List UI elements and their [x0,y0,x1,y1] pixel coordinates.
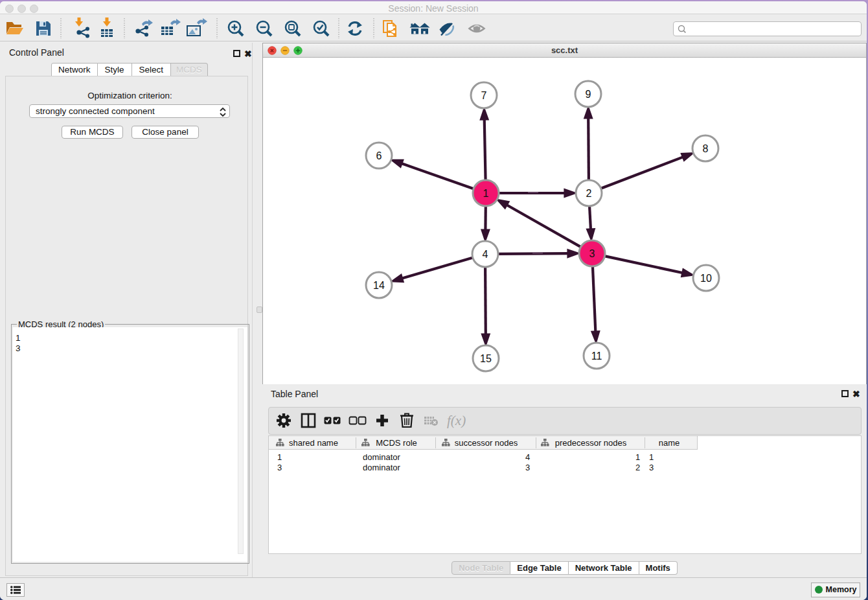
svg-text:14: 14 [373,280,385,291]
svg-text:6: 6 [376,150,382,161]
svg-text:9: 9 [586,89,591,100]
svg-text:1: 1 [483,188,489,199]
svg-text:3: 3 [589,248,595,259]
svg-text:15: 15 [480,353,492,364]
svg-text:2: 2 [586,188,592,199]
svg-text:10: 10 [700,273,712,284]
svg-text:8: 8 [703,143,709,154]
svg-text:7: 7 [481,90,487,101]
svg-text:f(x): f(x) [447,413,466,428]
svg-text:4: 4 [483,249,488,260]
svg-text:11: 11 [591,351,602,362]
